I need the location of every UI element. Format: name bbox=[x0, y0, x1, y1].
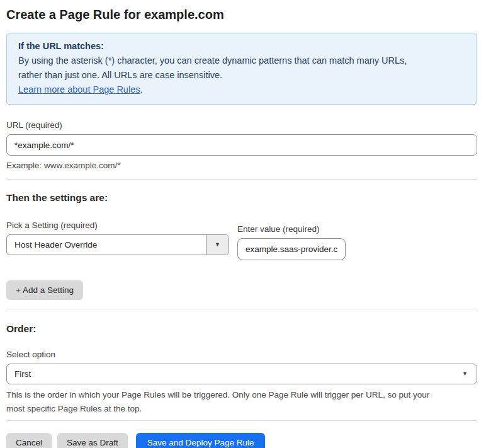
add-setting-button[interactable]: + Add a Setting bbox=[6, 280, 83, 300]
info-box-body-line2: rather than just one. All URLs are case … bbox=[18, 68, 465, 83]
url-label: URL (required) bbox=[6, 120, 477, 130]
order-select[interactable]: First ▼ bbox=[6, 364, 477, 384]
setting-value-input[interactable] bbox=[237, 238, 346, 260]
save-as-draft-button[interactable]: Save as Draft bbox=[57, 433, 128, 448]
order-select-arrow: ▼ bbox=[462, 364, 477, 384]
info-box-body-line1: By using the asterisk (*) character, you… bbox=[18, 54, 465, 68]
settings-row: Pick a Setting (required) Host Header Ov… bbox=[6, 220, 477, 260]
settings-section-heading: Then the settings are: bbox=[6, 192, 477, 204]
url-input[interactable] bbox=[6, 134, 477, 156]
enter-value-label: Enter value (required) bbox=[237, 224, 346, 234]
pick-setting-label: Pick a Setting (required) bbox=[6, 220, 229, 231]
url-match-info-box: If the URL matches: By using the asteris… bbox=[6, 33, 477, 105]
dropdown-arrow-icon: ▼ bbox=[215, 242, 220, 248]
page-title: Create a Page Rule for example.com bbox=[6, 6, 477, 23]
order-helper-line1: This is the order in which your Page Rul… bbox=[6, 388, 477, 402]
setting-select-value: Host Header Override bbox=[7, 235, 206, 255]
divider bbox=[6, 309, 477, 309]
order-select-value: First bbox=[7, 364, 462, 384]
footer-actions: Cancel Save as Draft Save and Deploy Pag… bbox=[6, 433, 477, 448]
url-example-helper: Example: www.example.com/* bbox=[6, 160, 477, 171]
order-helper-line2: most specific Page Rules at the top. bbox=[6, 402, 477, 416]
create-page-rule-form: Create a Page Rule for example.com If th… bbox=[0, 0, 486, 448]
setting-value-column: Enter value (required) bbox=[237, 220, 346, 260]
setting-picker-column: Pick a Setting (required) Host Header Ov… bbox=[6, 220, 229, 255]
select-option-label: Select option bbox=[6, 349, 477, 360]
cancel-button[interactable]: Cancel bbox=[6, 433, 52, 448]
link-suffix: . bbox=[140, 84, 142, 95]
info-box-heading: If the URL matches: bbox=[18, 39, 465, 54]
divider bbox=[6, 179, 477, 180]
order-section-heading: Order: bbox=[6, 323, 477, 335]
dropdown-arrow-icon: ▼ bbox=[462, 371, 468, 377]
setting-select-arrow-button[interactable]: ▼ bbox=[206, 235, 229, 255]
divider bbox=[6, 420, 477, 421]
save-and-deploy-button[interactable]: Save and Deploy Page Rule bbox=[136, 433, 266, 448]
setting-select[interactable]: Host Header Override ▼ bbox=[6, 234, 229, 255]
learn-more-link[interactable]: Learn more about Page Rules bbox=[18, 84, 140, 95]
order-helper-text: This is the order in which your Page Rul… bbox=[6, 388, 477, 416]
